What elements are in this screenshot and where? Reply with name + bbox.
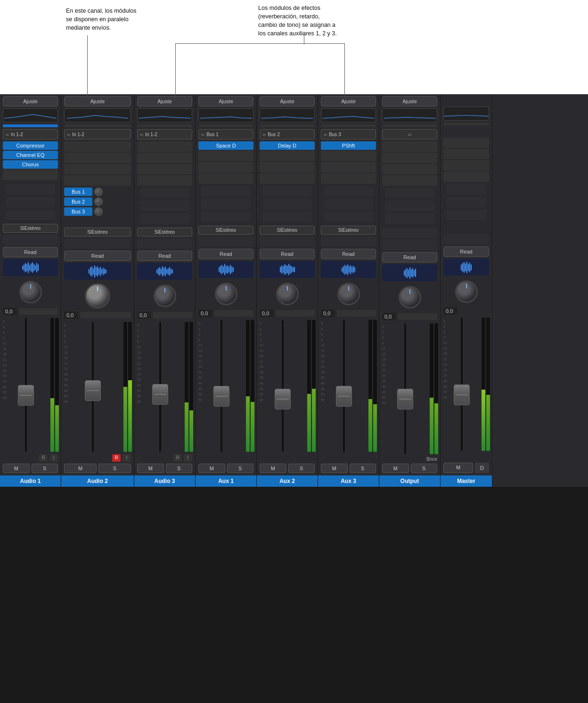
adjust-button-aux1[interactable]: Ajuste	[198, 96, 253, 106]
r-button-audio1[interactable]: R	[39, 454, 48, 462]
plugin-delayd[interactable]: Delay D	[260, 141, 315, 150]
automation-aux1[interactable]: Read	[198, 249, 253, 259]
r-button-audio3[interactable]: R	[173, 454, 182, 462]
plugin-pshft[interactable]: PShft	[321, 141, 376, 150]
level-meter-l-audio2	[123, 322, 127, 452]
level-meter-l-audio3	[185, 322, 188, 452]
fader-thumb-master[interactable]	[454, 384, 470, 405]
send-bus1-knob[interactable]	[94, 188, 103, 196]
input-selector-aux3[interactable]: ∞ Bus 3	[321, 129, 376, 139]
send-bus3-knob[interactable]	[94, 207, 103, 216]
solo-button-audio3[interactable]: S	[166, 464, 193, 473]
solo-button-aux1[interactable]: S	[227, 464, 254, 473]
channel-label-aux2: Aux 2	[257, 475, 318, 487]
output-selector-aux1[interactable]: SlEstéreo	[198, 226, 253, 235]
adjust-button-audio2[interactable]: Ajuste	[64, 96, 131, 106]
volume-value-audio1: 0,0	[3, 308, 17, 315]
output-selector-audio3[interactable]: SlEstéreo	[137, 228, 192, 237]
plugin-spaced[interactable]: Space D	[198, 141, 253, 150]
solo-button-audio2[interactable]: S	[98, 464, 131, 473]
adjust-button-audio3[interactable]: Ajuste	[137, 96, 192, 106]
input-label-aux3: Bus 3	[329, 132, 341, 137]
input-selector-output[interactable]: ∞	[382, 129, 437, 139]
fader-container-audio3: 03691215182124303540455060	[136, 322, 184, 452]
pan-knob-master[interactable]	[455, 280, 478, 303]
automation-audio3[interactable]: Read	[137, 251, 192, 261]
channel-label-audio3: Audio 3	[134, 475, 195, 487]
eq-indicator3	[137, 124, 192, 127]
automation-aux2[interactable]: Read	[260, 249, 315, 259]
fader-thumb-audio1[interactable]	[18, 385, 34, 406]
send-empty-out-1	[385, 188, 434, 198]
volume-display-audio1: 0,0	[3, 308, 58, 315]
fader-thumb-audio3[interactable]	[152, 384, 168, 405]
eq-display-aux1	[198, 108, 253, 123]
fader-thumb-audio2[interactable]	[85, 380, 101, 401]
input-selector-aux2[interactable]: ∞ Bus 2	[260, 129, 315, 139]
plugin-area-output	[379, 140, 440, 187]
pan-knob-output[interactable]	[399, 286, 421, 309]
input-selector-audio2[interactable]: ∞ In 1-2	[64, 129, 131, 139]
solo-button-output[interactable]: S	[411, 464, 438, 473]
automation-master[interactable]: Read	[443, 246, 489, 257]
automation-audio1[interactable]: Read	[3, 247, 58, 257]
pan-knob-aux2[interactable]	[276, 283, 299, 305]
i-button-audio2[interactable]: I	[122, 454, 131, 462]
input-selector-audio3[interactable]: ∞ In 1-2	[137, 129, 192, 139]
automation-audio2[interactable]: Read	[64, 251, 131, 261]
send-bus1-button[interactable]: Bus 1	[64, 188, 92, 196]
r-button-audio2[interactable]: R	[112, 454, 121, 462]
bottom-controls-aux1: R I M S	[196, 452, 256, 475]
input-selector-aux1[interactable]: ∞ Bus 1	[198, 129, 253, 139]
mute-button-aux3[interactable]: M	[321, 464, 348, 473]
output-selector-aux3[interactable]: SlEstéreo	[321, 226, 376, 235]
output-selector-audio2[interactable]: SlEstéreo	[64, 228, 131, 237]
send-bus3-button[interactable]: Bus 3	[64, 207, 92, 216]
adjust-button-aux2[interactable]: Ajuste	[260, 96, 315, 106]
volume-display-aux1: 0,0	[198, 310, 253, 317]
link-icon-audio1: ∞	[6, 132, 9, 137]
pan-knob-audio1[interactable]	[19, 281, 42, 303]
fader-thumb-aux3[interactable]	[336, 386, 352, 407]
adjust-button-audio1[interactable]: Ajuste	[3, 96, 58, 106]
send-empty-ax1-1	[201, 186, 251, 196]
pan-knob-aux1[interactable]	[215, 283, 237, 305]
mute-solo-audio2: M S	[64, 464, 131, 473]
d-button-master[interactable]: D	[475, 463, 489, 473]
plugin-chorus[interactable]: Chorus	[3, 160, 58, 169]
output-selector-audio1[interactable]: SlEstéreo	[3, 224, 58, 233]
plugin-channeleq[interactable]: Channel EQ	[3, 151, 58, 159]
pan-knob-audio2[interactable]	[85, 283, 110, 309]
solo-button-audio1[interactable]: S	[32, 464, 58, 473]
send-bus2-button[interactable]: Bus 2	[64, 197, 92, 206]
fader-thumb-aux1[interactable]	[213, 386, 229, 407]
i-button-audio3[interactable]: I	[184, 454, 192, 462]
plugin-empty-m3	[443, 160, 489, 171]
solo-button-aux3[interactable]: S	[350, 464, 376, 473]
adjust-button-output[interactable]: Ajuste	[382, 96, 437, 106]
i-button-audio1[interactable]: I	[49, 454, 58, 462]
mute-button-audio3[interactable]: M	[137, 464, 164, 473]
output-selector-aux2[interactable]: SlEstéreo	[260, 226, 315, 235]
mute-button-master[interactable]: M	[443, 463, 473, 473]
fader-thumb-output[interactable]	[397, 389, 413, 409]
automation-output[interactable]: Read	[382, 252, 437, 262]
solo-button-aux2[interactable]: S	[288, 464, 315, 473]
mute-button-audio2[interactable]: M	[64, 464, 97, 473]
automation-aux3[interactable]: Read	[321, 249, 376, 259]
mute-button-audio1[interactable]: M	[3, 464, 30, 473]
pan-knob-aux3[interactable]	[337, 283, 360, 305]
plugin-empty-ax3-4	[321, 173, 376, 184]
pan-container-audio1	[0, 279, 61, 305]
pan-knob-audio3[interactable]	[154, 285, 176, 307]
input-selector-audio1[interactable]: ∞ In 1-2	[3, 129, 58, 139]
pan-container-output	[379, 284, 440, 310]
mute-button-output[interactable]: M	[382, 464, 409, 473]
send-bus2-knob[interactable]	[94, 197, 103, 206]
mute-button-aux2[interactable]: M	[260, 464, 286, 473]
mute-button-aux1[interactable]: M	[198, 464, 225, 473]
adjust-button-aux3[interactable]: Ajuste	[321, 96, 376, 106]
fader-thumb-aux2[interactable]	[275, 389, 291, 409]
fader-section-audio3: 03691215182124303540455060	[134, 320, 195, 452]
plugin-compressor[interactable]: Compressor	[3, 141, 58, 150]
